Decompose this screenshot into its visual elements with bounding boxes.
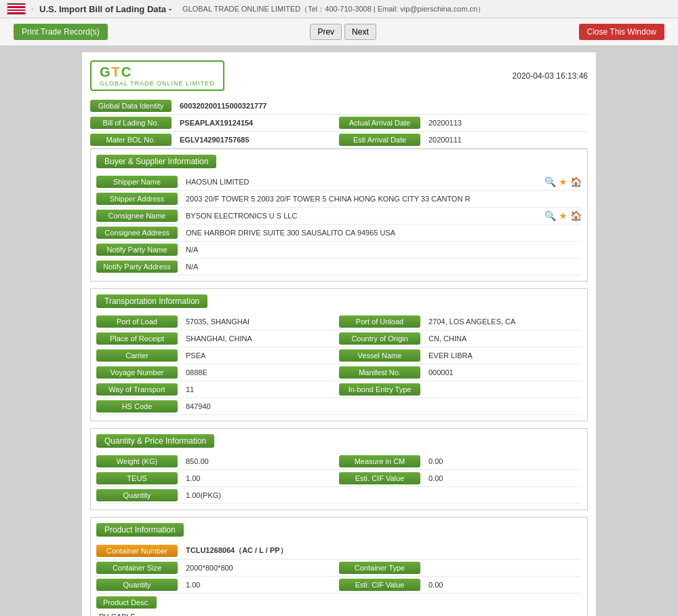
- notify-party-address-label: Notify Party Address: [96, 261, 178, 273]
- separator: -: [31, 4, 34, 14]
- quantity-price-section: Quantity & Price Information Weight (KG)…: [90, 428, 588, 510]
- weight-measure-row: Weight (KG) 850.00 Measure in CM 0.00: [96, 453, 582, 470]
- voyage-manifest-row: Voyage Number 0888E Manifest No. 000001: [96, 364, 582, 381]
- transportation-section: Transportation Information Port of Load …: [90, 288, 588, 421]
- voyage-number-value: 0888E: [183, 367, 339, 378]
- search-icon[interactable]: 🔍: [544, 176, 556, 187]
- bol-label: Bill of Lading No.: [90, 117, 172, 129]
- actual-arrival-value: 20200113: [426, 117, 588, 128]
- teus-value: 1.00: [183, 473, 339, 484]
- print-button-top[interactable]: Print Trade Record(s): [14, 24, 108, 40]
- container-type-value: [426, 566, 582, 569]
- notify-party-name-row: Notify Party Name N/A: [96, 242, 582, 258]
- doc-header: GTC GLOBAL TRADE ONLINE LIMITED 2020-04-…: [90, 60, 588, 91]
- shipper-name-label: Shipper Name: [96, 176, 178, 188]
- shipper-address-row: Shipper Address 2003 20/F TOWER 5 2003 2…: [96, 191, 582, 208]
- esti-arrival-label: Esti Arrival Date: [339, 134, 420, 146]
- next-button-top[interactable]: Next: [344, 24, 376, 40]
- notify-party-name-label: Notify Party Name: [96, 244, 178, 256]
- container-number-label: Container Number: [96, 545, 178, 557]
- vessel-name-value: EVER LIBRA: [426, 350, 582, 361]
- quantity-value: 1.00(PKG): [183, 490, 582, 501]
- port-of-load-label: Port of Load: [96, 315, 178, 328]
- port-load-unload-row: Port of Load 57035, SHANGHAI Port of Unl…: [96, 313, 582, 330]
- star-icon[interactable]: ★: [559, 176, 567, 187]
- product-info-title: Product Information: [96, 523, 184, 537]
- notify-party-address-value: N/A: [183, 261, 582, 272]
- in-bond-entry-type-label: In-bond Entry Type: [339, 383, 420, 396]
- close-button-top[interactable]: Close This Window: [579, 24, 664, 40]
- mater-bol-label: Mater BOL No.: [90, 134, 172, 146]
- consignee-icons: 🔍 ★ 🏠: [544, 210, 582, 221]
- product-esti-cif-value: 0.00: [426, 579, 582, 590]
- teus-label: TEUS: [96, 472, 178, 484]
- notify-party-address-row: Notify Party Address N/A: [96, 258, 582, 275]
- carrier-value: PSEA: [183, 350, 339, 361]
- shipper-name-value: HAOSUN LIMITED: [183, 176, 539, 187]
- prev-button-top[interactable]: Prev: [310, 24, 342, 40]
- way-inbond-row: Way of Transport 11 In-bond Entry Type: [96, 381, 582, 398]
- main-content: GTC GLOBAL TRADE ONLINE LIMITED 2020-04-…: [81, 52, 597, 616]
- global-data-identity-row: Global Data Identity 6003202001150003217…: [90, 98, 588, 115]
- mater-bol-esti-row: Mater BOL No. EGLV142901757685 Esti Arri…: [90, 132, 588, 149]
- esti-arrival-value: 20200111: [426, 134, 588, 145]
- shipper-name-row: Shipper Name HAOSUN LIMITED 🔍 ★ 🏠: [96, 174, 582, 191]
- place-of-receipt-label: Place of Receipt: [96, 332, 178, 345]
- shipper-address-label: Shipper Address: [96, 193, 178, 205]
- port-of-unload-value: 2704, LOS ANGELES, CA: [426, 316, 582, 327]
- way-of-transport-value: 11: [183, 384, 339, 395]
- place-of-receipt-value: SHANGHAI, CHINA: [183, 333, 339, 344]
- receipt-origin-row: Place of Receipt SHANGHAI, CHINA Country…: [96, 330, 582, 347]
- consignee-address-value: ONE HARBOR DRIVE SUITE 300 SAUSALITO CA …: [183, 227, 582, 238]
- country-of-origin-value: CN, CHINA: [426, 333, 582, 344]
- bol-actual-row: Bill of Lading No. PSEAPLAX19124154 Actu…: [90, 115, 588, 132]
- container-size-label: Container Size: [96, 562, 178, 574]
- page-subtitle: GLOBAL TRADE ONLINE LIMITED（Tel：400-710-…: [182, 4, 485, 14]
- product-desc-label: Product Desc.: [96, 596, 157, 609]
- carrier-vessel-row: Carrier PSEA Vessel Name EVER LIBRA: [96, 347, 582, 364]
- logo-area: GTC GLOBAL TRADE ONLINE LIMITED: [90, 60, 224, 91]
- flag-icon: [7, 3, 26, 15]
- buyer-supplier-title: Buyer & Supplier Information: [96, 155, 216, 168]
- nav-buttons-top: Prev Next: [310, 24, 376, 40]
- in-bond-entry-type-value: [426, 388, 582, 391]
- consignee-address-label: Consignee Address: [96, 227, 178, 239]
- consignee-address-row: Consignee Address ONE HARBOR DRIVE SUITE…: [96, 225, 582, 242]
- bol-value: PSEAPLAX19124154: [177, 117, 339, 128]
- container-number-value: TCLU1268064（AC / L / PP）: [183, 544, 582, 557]
- doc-timestamp: 2020-04-03 16:13:46: [513, 71, 588, 81]
- buyer-supplier-section: Buyer & Supplier Information Shipper Nam…: [90, 149, 588, 282]
- container-number-row: Container Number TCLU1268064（AC / L / PP…: [96, 542, 582, 560]
- hs-code-value: 847940: [183, 401, 582, 412]
- container-size-type-row: Container Size 2000*800*800 Container Ty…: [96, 560, 582, 577]
- shipper-address-value: 2003 20/F TOWER 5 2003 20/F TOWER 5 CHIN…: [183, 193, 582, 204]
- vessel-name-label: Vessel Name: [339, 349, 420, 362]
- home-icon[interactable]: 🏠: [570, 176, 582, 187]
- measure-cm-label: Measure in CM: [339, 455, 420, 467]
- actual-arrival-label: Actual Arrival Date: [339, 117, 420, 129]
- esti-cif-label: Esti. CIF Value: [339, 472, 420, 484]
- manifest-no-label: Manifest No.: [339, 366, 420, 379]
- page-title: U.S. Import Bill of Lading Data -: [39, 4, 172, 14]
- home-icon-2[interactable]: 🏠: [570, 210, 582, 221]
- mater-bol-value: EGLV142901757685: [177, 134, 339, 145]
- logo-sub: GLOBAL TRADE ONLINE LIMITED: [100, 80, 215, 87]
- weight-kg-value: 850.00: [183, 456, 339, 467]
- voyage-number-label: Voyage Number: [96, 366, 178, 379]
- star-icon-2[interactable]: ★: [559, 210, 567, 221]
- measure-cm-value: 0.00: [426, 456, 582, 467]
- product-desc-value: PV CABLE: [96, 611, 582, 616]
- product-desc-container: Product Desc. PV CABLE: [96, 594, 582, 616]
- consignee-name-row: Consignee Name BYSON ELECTRONICS U S LLC…: [96, 208, 582, 225]
- way-of-transport-label: Way of Transport: [96, 383, 178, 396]
- port-of-load-value: 57035, SHANGHAI: [183, 316, 339, 327]
- product-quantity-value: 1.00: [183, 579, 339, 590]
- search-icon-2[interactable]: 🔍: [544, 210, 556, 221]
- weight-kg-label: Weight (KG): [96, 455, 178, 467]
- quantity-price-title: Quantity & Price Information: [96, 434, 214, 448]
- notify-party-name-value: N/A: [183, 244, 582, 255]
- manifest-no-value: 000001: [426, 367, 582, 378]
- logo-text: GTC: [100, 64, 215, 80]
- product-info-section: Product Information Container Number TCL…: [90, 517, 588, 616]
- global-data-identity-value: 600320200115000321777: [177, 100, 588, 111]
